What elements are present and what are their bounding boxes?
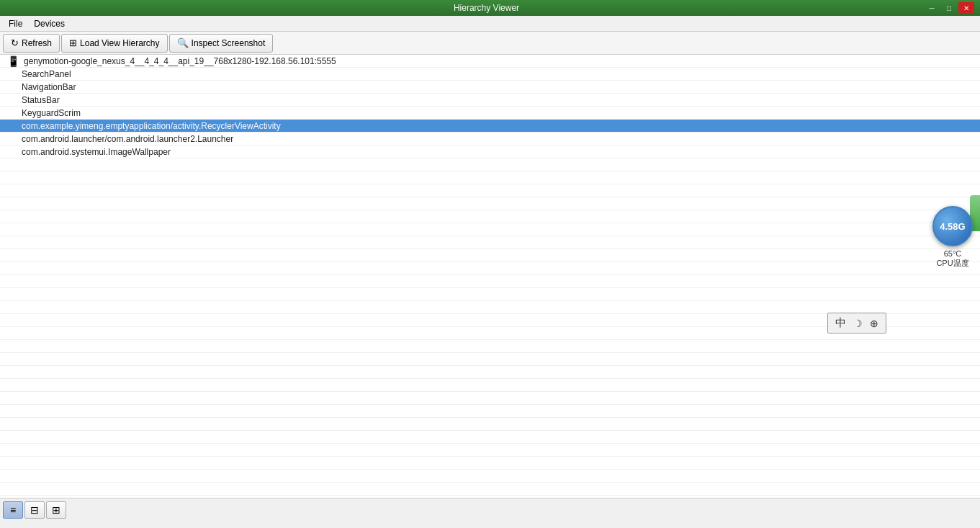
- chinese-moon-icon: ☽: [853, 318, 863, 329]
- list-icon: ≡: [10, 504, 16, 516]
- empty-row: [0, 197, 980, 210]
- view-detail-button[interactable]: ⊟: [24, 501, 45, 519]
- temp-label: CPU温度: [936, 258, 968, 269]
- empty-row: [0, 249, 980, 262]
- empty-row: [0, 340, 980, 353]
- empty-row: [0, 379, 980, 392]
- load-hierarchy-button[interactable]: ⊞ Load View Hierarchy: [61, 34, 168, 53]
- list-item-selected[interactable]: com.example.yimeng.emptyapplication/acti…: [0, 120, 980, 133]
- grid-icon: ⊞: [52, 504, 60, 516]
- empty-row: [0, 184, 980, 197]
- empty-row: [0, 223, 980, 236]
- item-label: StatusBar: [22, 95, 60, 105]
- close-button[interactable]: ✕: [958, 2, 974, 14]
- empty-row: [0, 210, 980, 223]
- empty-row: [0, 236, 980, 249]
- detail-icon: ⊟: [30, 504, 39, 516]
- empty-row: [0, 392, 980, 405]
- bottom-bar: ≡ ⊟ ⊞: [0, 498, 980, 521]
- item-label: com.android.launcher/com.android.launche…: [22, 134, 233, 144]
- refresh-icon: ↻: [11, 37, 19, 48]
- list-item[interactable]: KeyguardScrim: [0, 107, 980, 120]
- refresh-label: Refresh: [22, 38, 52, 48]
- tree-root-item[interactable]: 📱 genymotion-google_nexus_4__4_4_4__api_…: [0, 55, 980, 68]
- empty-row: [0, 444, 980, 457]
- inspect-icon: 🔍: [177, 37, 189, 48]
- cpu-circle: 4.58G: [932, 206, 973, 246]
- list-item[interactable]: NavigationBar: [0, 81, 980, 94]
- list-item[interactable]: com.android.systemui.ImageWallpaper: [0, 146, 980, 158]
- toolbar: ↻ Refresh ⊞ Load View Hierarchy 🔍 Inspec…: [0, 32, 980, 55]
- empty-row: [0, 158, 980, 171]
- empty-row: [0, 353, 980, 366]
- cpu-temp: 65°C CPU温度: [936, 249, 968, 269]
- item-label: com.example.yimeng.emptyapplication/acti…: [22, 121, 281, 131]
- load-icon: ⊞: [69, 37, 77, 48]
- empty-row: [0, 483, 980, 496]
- floating-widget: 4.58G 65°C CPU温度: [932, 206, 973, 269]
- minimize-button[interactable]: ─: [924, 2, 940, 14]
- item-label: SearchPanel: [22, 69, 71, 79]
- inspect-screenshot-button[interactable]: 🔍 Inspect Screenshot: [169, 34, 274, 53]
- chinese-input-toolbar[interactable]: 中 ☽ ⊕: [827, 313, 886, 334]
- window-controls: ─ □ ✕: [924, 2, 974, 14]
- root-label: genymotion-google_nexus_4__4_4_4__api_19…: [24, 55, 336, 68]
- temp-value: 65°C: [944, 249, 962, 258]
- menu-bar: File Devices: [0, 16, 980, 32]
- tree-area[interactable]: 📱 genymotion-google_nexus_4__4_4_4__api_…: [0, 55, 980, 521]
- empty-row: [0, 288, 980, 301]
- inspect-screenshot-label: Inspect Screenshot: [192, 38, 266, 48]
- chinese-char3: ⊕: [870, 318, 878, 329]
- empty-row: [0, 262, 980, 275]
- refresh-button[interactable]: ↻ Refresh: [3, 34, 60, 53]
- load-hierarchy-label: Load View Hierarchy: [80, 38, 160, 48]
- device-icon: 📱: [7, 55, 19, 68]
- item-label: NavigationBar: [22, 82, 76, 92]
- view-grid-button[interactable]: ⊞: [46, 501, 66, 519]
- chinese-char1[interactable]: 中: [835, 316, 846, 330]
- cpu-value: 4.58G: [940, 221, 965, 232]
- empty-row: [0, 431, 980, 444]
- empty-row: [0, 171, 980, 184]
- empty-row: [0, 457, 980, 470]
- title-bar: Hierarchy Viewer ─ □ ✕: [0, 0, 980, 16]
- empty-row: [0, 275, 980, 288]
- list-item[interactable]: com.android.launcher/com.android.launche…: [0, 133, 980, 146]
- list-item[interactable]: SearchPanel: [0, 68, 980, 81]
- list-item[interactable]: StatusBar: [0, 94, 980, 107]
- item-label: KeyguardScrim: [22, 108, 81, 118]
- main-content: 📱 genymotion-google_nexus_4__4_4_4__api_…: [0, 55, 980, 521]
- file-menu[interactable]: File: [3, 17, 28, 30]
- devices-menu[interactable]: Devices: [28, 17, 71, 30]
- empty-row: [0, 470, 980, 483]
- empty-row: [0, 405, 980, 418]
- item-label: com.android.systemui.ImageWallpaper: [22, 147, 171, 157]
- empty-row: [0, 366, 980, 379]
- empty-row: [0, 418, 980, 431]
- view-list-button[interactable]: ≡: [3, 501, 23, 519]
- maximize-button[interactable]: □: [941, 2, 957, 14]
- window-title: Hierarchy Viewer: [49, 3, 924, 13]
